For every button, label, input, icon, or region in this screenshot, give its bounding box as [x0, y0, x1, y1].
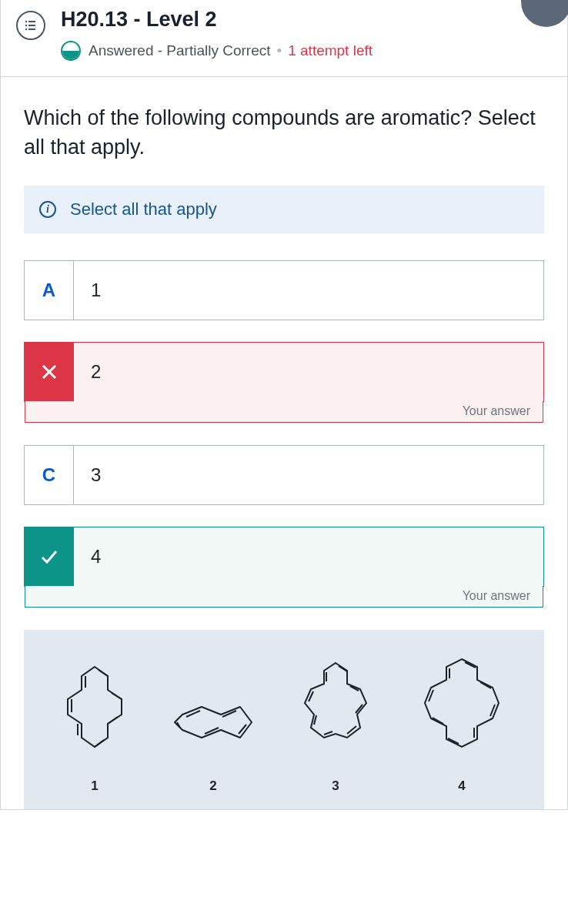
compound-4: 4 [408, 653, 516, 794]
question-body: Which of the following compounds are aro… [1, 76, 567, 809]
svg-point-0 [25, 21, 27, 22]
options-list: A 1 2 Your answer C 3 [24, 260, 544, 608]
your-answer-tag: Your answer [25, 586, 543, 608]
compound-label: 2 [209, 778, 216, 794]
svg-rect-5 [28, 28, 35, 30]
svg-point-4 [25, 28, 27, 30]
compound-3: 3 [289, 657, 382, 794]
attempts-left: 1 attempt left [288, 42, 373, 59]
svg-line-8 [99, 670, 108, 676]
svg-rect-3 [28, 25, 35, 26]
partial-correct-icon [61, 41, 81, 61]
compound-label: 3 [332, 778, 339, 794]
question-title: H20.13 - Level 2 [61, 8, 552, 32]
svg-line-10 [108, 717, 118, 724]
option-content: 1 [74, 261, 543, 320]
svg-point-2 [25, 25, 27, 26]
status-row: Answered - Partially Correct • 1 attempt… [61, 41, 552, 61]
compound-label: 1 [91, 778, 98, 794]
info-banner: i Select all that apply [24, 186, 544, 233]
status-text: Answered - Partially Correct [89, 42, 271, 59]
svg-line-18 [347, 726, 356, 734]
compound-label: 4 [458, 778, 465, 794]
svg-rect-1 [28, 21, 35, 22]
header-content: H20.13 - Level 2 Answered - Partially Co… [61, 8, 552, 61]
incorrect-icon [25, 343, 74, 401]
correct-icon [25, 527, 74, 586]
compound-1: 1 [52, 661, 137, 794]
option-b[interactable]: 2 Your answer [24, 342, 544, 402]
option-d[interactable]: 4 Your answer [24, 527, 544, 587]
info-text: Select all that apply [70, 199, 217, 219]
status-divider: • [277, 42, 282, 59]
your-answer-tag: Your answer [25, 401, 543, 423]
list-icon [16, 11, 45, 40]
option-letter: C [25, 446, 74, 504]
option-content: 4 [74, 527, 543, 586]
option-a[interactable]: A 1 [24, 260, 544, 320]
svg-line-20 [314, 715, 316, 725]
compounds-panel: 1 2 [24, 630, 544, 809]
info-icon: i [39, 201, 56, 218]
question-header: H20.13 - Level 2 Answered - Partially Co… [1, 0, 567, 76]
compound-2: 2 [163, 695, 263, 794]
svg-line-19 [324, 732, 332, 735]
option-content: 3 [74, 446, 543, 504]
option-content: 2 [74, 343, 543, 401]
question-text: Which of the following compounds are aro… [24, 104, 544, 162]
svg-line-15 [339, 666, 347, 671]
option-letter: A [25, 261, 74, 320]
question-container: H20.13 - Level 2 Answered - Partially Co… [0, 0, 568, 810]
option-c[interactable]: C 3 [24, 445, 544, 505]
svg-line-11 [95, 740, 104, 747]
svg-line-9 [112, 693, 122, 699]
